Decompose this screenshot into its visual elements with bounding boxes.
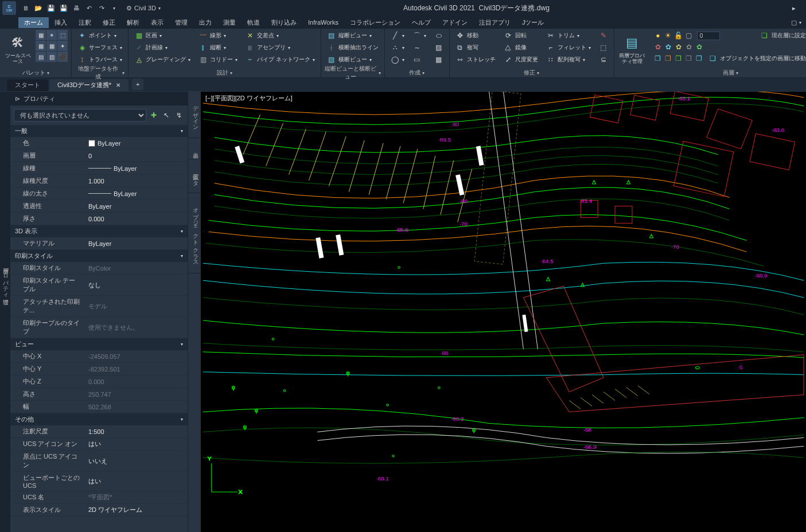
property-value[interactable]: いいえ: [85, 451, 188, 471]
panel-title[interactable]: パレット▾: [3, 68, 68, 77]
property-value[interactable]: ByLayer: [85, 200, 188, 212]
alignment-button[interactable]: 〰線形 ▾: [196, 30, 240, 41]
tab-insert[interactable]: 挿入: [49, 17, 73, 28]
sun-icon[interactable]: ☀: [664, 31, 673, 40]
palette-cell[interactable]: ▦: [36, 41, 46, 51]
property-row[interactable]: 原点に UCS アイコンいいえ: [10, 451, 188, 472]
property-value[interactable]: ByLayer: [85, 237, 188, 249]
property-row[interactable]: UCS 名*平面図*: [10, 491, 188, 504]
layer-prev-icon[interactable]: ❐: [664, 54, 673, 63]
tab-manage[interactable]: 管理: [169, 17, 193, 28]
panel-title[interactable]: 設計▾: [132, 68, 317, 77]
property-group-header[interactable]: ビュー▾: [10, 338, 188, 350]
palette-cell[interactable]: ✦: [57, 41, 68, 51]
property-value[interactable]: なし: [85, 275, 188, 295]
explode-button[interactable]: ⬚: [597, 42, 610, 53]
property-value[interactable]: ByLayer: [85, 187, 188, 200]
property-row[interactable]: 中心 X-24509.057: [10, 350, 188, 363]
property-value[interactable]: -82392.501: [85, 363, 188, 375]
rect-button[interactable]: ▭: [410, 54, 429, 65]
pin-icon[interactable]: ⊳: [15, 95, 20, 103]
title-arrow[interactable]: ▸: [792, 5, 804, 12]
property-value[interactable]: -24509.057: [85, 350, 188, 362]
tab-modify[interactable]: 修正: [97, 17, 121, 28]
property-row[interactable]: UCS アイコン オンはい: [10, 438, 188, 451]
property-group-header[interactable]: その他▾: [10, 413, 188, 425]
mirror-button[interactable]: ⧋鏡像: [501, 42, 540, 53]
property-group-header[interactable]: 一般▾: [10, 125, 188, 137]
property-row[interactable]: 印刷スタイル テーブルなし: [10, 275, 188, 296]
property-value[interactable]: 502.268: [85, 401, 188, 413]
property-value[interactable]: 1:500: [85, 425, 188, 437]
layer-walk-icon[interactable]: ❐: [674, 54, 683, 63]
tab-analyze[interactable]: 解析: [121, 17, 145, 28]
property-row[interactable]: 線の太さByLayer: [10, 187, 188, 200]
scale-button[interactable]: ⤢尺度変更: [501, 54, 540, 65]
toggle-pickadd-icon[interactable]: ↯: [174, 110, 184, 120]
tab-survey[interactable]: 測量: [217, 17, 242, 28]
panel-title[interactable]: 縦断ビューと横断ビュー▾: [325, 68, 381, 77]
property-value[interactable]: はい: [85, 472, 188, 491]
tab-featured[interactable]: 注目アプリ: [473, 17, 516, 28]
spline-button[interactable]: ～: [410, 42, 429, 53]
make-current-button[interactable]: ❏現在層に設定: [758, 30, 806, 41]
tab-start[interactable]: スタート: [7, 79, 48, 91]
property-value[interactable]: モデル: [85, 296, 188, 316]
points-button[interactable]: ✦ポイント ▾: [75, 30, 124, 41]
plot-icon[interactable]: 🖶: [71, 3, 81, 13]
tab-jtool[interactable]: Jツール: [516, 17, 550, 28]
pipenetwork-button[interactable]: ⫟パイプ ネットワーク ▾: [243, 54, 317, 65]
lock-icon[interactable]: 🔓: [674, 31, 683, 40]
palette-cell[interactable]: ▦: [46, 41, 57, 51]
pick-icon[interactable]: ↖: [161, 110, 172, 120]
surface-button[interactable]: ◈サーフェス ▾: [75, 42, 124, 53]
stretch-button[interactable]: ⇿ストレッチ: [453, 54, 498, 65]
saveas-icon[interactable]: 💾: [59, 3, 69, 13]
tab-home[interactable]: ホーム: [18, 17, 49, 28]
property-value[interactable]: ByLayer: [85, 137, 188, 149]
panel-title[interactable]: 作成▾: [388, 68, 446, 77]
side-tab-design[interactable]: デザイン: [188, 92, 201, 138]
property-row[interactable]: 透過性ByLayer: [10, 200, 188, 213]
property-value[interactable]: 0: [85, 150, 188, 162]
property-row[interactable]: 幅502.268: [10, 401, 188, 413]
corridor-button[interactable]: ▥コリドー ▾: [196, 54, 240, 65]
layer-thaw-icon[interactable]: ✿: [664, 42, 673, 52]
copy-button[interactable]: ⧉複写: [453, 42, 498, 53]
layer-freeze-icon[interactable]: ❐: [684, 54, 694, 63]
pline-button[interactable]: ∴▾: [388, 42, 407, 53]
tab-help[interactable]: ヘルプ: [406, 17, 437, 28]
property-value[interactable]: 使用できません。: [85, 317, 188, 338]
drawing-viewport[interactable]: [−][平面図][2D ワイヤフレーム]: [201, 92, 806, 532]
left-palette-strip[interactable]: 画層プロパティ管理: [0, 92, 10, 532]
circle-button[interactable]: ◯▾: [388, 54, 407, 65]
plot-icon[interactable]: ▢: [684, 31, 694, 40]
new-icon[interactable]: 🗎: [21, 3, 31, 13]
panel-title[interactable]: 画層▾: [653, 68, 806, 77]
qat-dropdown-icon[interactable]: ▾: [109, 3, 119, 13]
palette-cell[interactable]: ▦: [36, 30, 46, 40]
tab-document[interactable]: Civil3Dデータ連携*✕: [49, 79, 129, 91]
property-value[interactable]: ByLayer: [85, 162, 188, 174]
sampleline-button[interactable]: ⟊横断抽出ライン: [325, 42, 381, 53]
line-button[interactable]: ╱▾: [388, 30, 407, 41]
side-tab-extdata[interactable]: 拡張データ: [188, 159, 201, 193]
property-row[interactable]: 中心 Z0.000: [10, 375, 188, 388]
panel-title[interactable]: 地盤データを作成▾: [75, 68, 124, 77]
property-row[interactable]: 表示スタイル2D ワイヤフレーム: [10, 504, 188, 517]
property-row[interactable]: 中心 Y-82392.501: [10, 363, 188, 375]
close-icon[interactable]: ✕: [116, 82, 120, 88]
property-value[interactable]: 0.000: [85, 375, 188, 388]
property-value[interactable]: はい: [85, 438, 188, 450]
layer-vpf-icon[interactable]: ❐: [695, 54, 704, 63]
ellipse-button[interactable]: ⬭: [432, 30, 446, 41]
tab-transparent[interactable]: 割り込み: [266, 17, 302, 28]
traverse-button[interactable]: ⟟トラバース ▾: [75, 54, 124, 65]
open-icon[interactable]: 📂: [33, 3, 44, 13]
selection-filter[interactable]: 何も選択されていません: [14, 109, 146, 122]
property-row[interactable]: 高さ250.747: [10, 388, 188, 401]
property-row[interactable]: 画層0: [10, 150, 188, 162]
tab-annotate[interactable]: 注釈: [73, 17, 97, 28]
property-value[interactable]: 1.000: [85, 175, 188, 187]
palette-cell[interactable]: ✶: [46, 30, 57, 40]
